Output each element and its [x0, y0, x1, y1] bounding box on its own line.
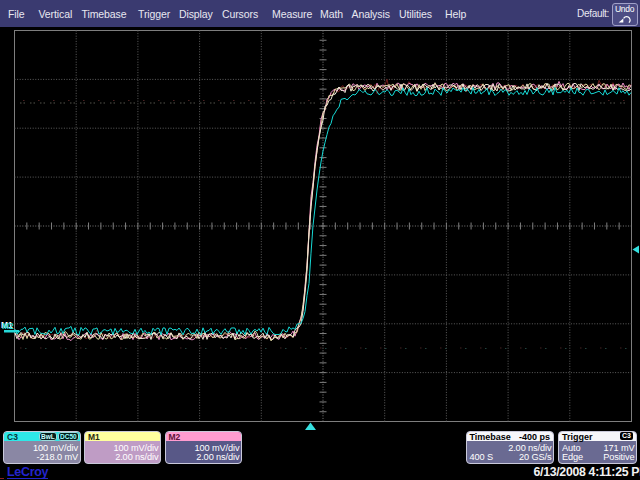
svg-text:M2: M2 [2, 321, 14, 331]
